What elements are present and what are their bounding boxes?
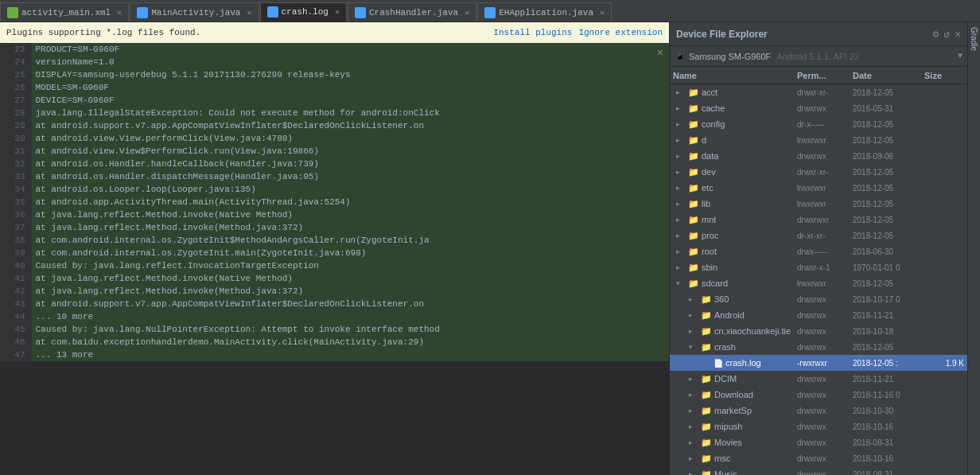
tree-item-lib[interactable]: ▸📁liblrwxrwxr2018-12-05 xyxy=(670,196,967,212)
tab-close-activity_main[interactable]: ✕ xyxy=(117,8,122,18)
expand-arrow[interactable]: ▸ xyxy=(676,247,686,255)
folder-icon: 📁 xyxy=(688,231,699,241)
col-date[interactable]: Date xyxy=(853,71,924,80)
tree-item-msc[interactable]: ▸📁mscdrwxrwx2018-10-16 xyxy=(670,450,967,466)
tree-item-proc[interactable]: ▸📁procdr-xr-xr-2018-12-05 xyxy=(670,228,967,243)
device-selector[interactable]: 📱 Samsung SM-G960F Android 5.1.1, API 22… xyxy=(670,46,967,67)
expand-arrow[interactable]: ▸ xyxy=(689,422,698,430)
tree-item-DCIM[interactable]: ▸📁DCIMdrwxrwx2018-11-21 xyxy=(670,371,967,387)
device-dropdown-arrow[interactable]: ▼ xyxy=(958,52,962,60)
col-perm[interactable]: Perm... xyxy=(797,71,853,80)
expand-arrow[interactable]: ▸ xyxy=(676,263,686,271)
tree-item-data[interactable]: ▸📁datadrwxrwx2018-09-06 xyxy=(670,148,967,164)
expand-arrow[interactable]: ▸ xyxy=(676,88,686,96)
tree-item-acct[interactable]: ▸📁acctdrwxr-xr-2018-12-05 xyxy=(670,84,967,100)
expand-arrow[interactable]: ▸ xyxy=(689,438,698,446)
expand-arrow[interactable]: ▸ xyxy=(689,391,698,399)
code-line-31: 31 at android.view.View$PerformClick.run… xyxy=(0,145,669,158)
tree-item-mnt[interactable]: ▸📁mntdrwxrwxr2018-12-05 xyxy=(670,212,967,228)
item-name-text: cn.xiaochuankeji.tie xyxy=(714,326,791,336)
tab-crash_handler[interactable]: CrashHandler.java✕ xyxy=(348,2,476,21)
tree-item-name-cell: ▸📁Music xyxy=(673,469,797,476)
code-line-42: 42 at java.lang.reflect.Method.invoke(Me… xyxy=(0,285,669,298)
ignore-extension-link[interactable]: Ignore extension xyxy=(578,28,663,37)
line-number: 27 xyxy=(0,94,32,107)
file-perm: drwxrwx xyxy=(797,295,853,304)
tree-item-crash-log[interactable]: 📄crash.log-rwxrwxr2018-12-05 :1.9 K xyxy=(670,355,967,371)
tree-item-sbin[interactable]: ▸📁sbindrwxr-x-11970-01-01 0 xyxy=(670,259,967,275)
close-editor-button[interactable]: ✕ xyxy=(653,45,667,59)
tab-activity_main[interactable]: activity_main.xml✕ xyxy=(0,2,129,21)
code-line-41: 41 at java.lang.reflect.Method.invoke(Na… xyxy=(0,272,669,285)
code-line-37: 37 at java.lang.reflect.Method.invoke(Me… xyxy=(0,221,669,234)
line-number: 24 xyxy=(0,56,32,68)
close-dfe-icon[interactable]: ✕ xyxy=(955,28,961,41)
expand-arrow[interactable]: ▸ xyxy=(676,152,686,160)
tree-item-etc[interactable]: ▸📁etclrwxrwxr2018-12-05 xyxy=(670,180,967,196)
expand-arrow[interactable]: ▸ xyxy=(689,311,698,319)
settings-icon[interactable]: ⚙ xyxy=(933,28,939,41)
expand-arrow[interactable]: ▸ xyxy=(689,327,698,335)
tree-item-mipush[interactable]: ▸📁mipushdrwxrwx2018-10-16 xyxy=(670,419,967,434)
expand-arrow[interactable]: ▸ xyxy=(676,184,686,192)
sync-icon[interactable]: ↺ xyxy=(943,28,950,41)
col-size[interactable]: Size xyxy=(924,71,964,80)
tree-item-d[interactable]: ▸📁dlrwxrwxr2018-12-05 xyxy=(670,132,967,148)
expand-arrow[interactable]: ▾ xyxy=(689,343,698,351)
line-number: 41 xyxy=(0,272,32,285)
line-content: at android.view.View$PerformClick.run(Vi… xyxy=(32,145,669,158)
tree-item-Android[interactable]: ▸📁Androiddrwxrwx2018-11-21 xyxy=(670,307,967,323)
tree-item-360[interactable]: ▸📁360drwxrwx2018-10-17 0 xyxy=(670,291,967,307)
tree-item-dev[interactable]: ▸📁devdrwxr-xr-2018-12-05 xyxy=(670,164,967,180)
expand-arrow[interactable]: ▸ xyxy=(689,454,698,462)
tab-close-main_activity[interactable]: ✕ xyxy=(247,8,251,18)
item-name-text: crash.log xyxy=(725,358,761,368)
line-number: 38 xyxy=(0,234,32,247)
tree-item-name-cell: ▸📁cache xyxy=(673,103,797,114)
line-number: 23 xyxy=(0,43,32,56)
tab-main_activity[interactable]: MainActivity.java✕ xyxy=(130,2,259,21)
expand-arrow[interactable]: ▸ xyxy=(676,120,686,128)
tree-item-root[interactable]: ▸📁rootdrwx-----2018-06-30 xyxy=(670,243,967,259)
tree-item-cn-xiaochuankeji-tie[interactable]: ▸📁cn.xiaochuankeji.tiedrwxrwx2018-10-18 xyxy=(670,323,967,339)
tree-item-crash[interactable]: ▾📁crashdrwxrwx2018-12-05 xyxy=(670,339,967,355)
expand-arrow[interactable]: ▸ xyxy=(676,168,686,176)
expand-arrow[interactable]: ▾ xyxy=(676,279,686,287)
right-panel: Device File Explorer ⚙ ↺ ✕ 📱 Samsung SM-… xyxy=(669,22,967,475)
expand-arrow[interactable]: ▸ xyxy=(689,470,698,475)
tab-close-crash_handler[interactable]: ✕ xyxy=(465,8,469,18)
code-line-46: 46 at com.baidu.exceptionhandlerdemo.Mai… xyxy=(0,336,669,348)
install-plugins-link[interactable]: Install plugins xyxy=(493,28,572,37)
expand-arrow[interactable]: ▸ xyxy=(676,104,686,112)
expand-arrow[interactable]: ▸ xyxy=(689,375,698,383)
tree-item-name-cell: ▸📁marketSp xyxy=(673,406,797,416)
item-name-text: proc xyxy=(702,231,718,240)
code-line-32: 32 at android.os.Handler.handleCallback(… xyxy=(0,158,669,170)
expand-arrow[interactable]: ▸ xyxy=(676,232,686,239)
expand-arrow[interactable]: ▸ xyxy=(676,200,686,208)
gradle-side-label[interactable]: Gradle xyxy=(967,22,980,475)
tree-item-cache[interactable]: ▸📁cachedrwxrwx2016-05-31 xyxy=(670,100,967,116)
tree-item-name-cell: 📄crash.log xyxy=(673,358,797,368)
tree-item-Download[interactable]: ▸📁Downloaddrwxrwx2018-11-16 0 xyxy=(670,387,967,403)
col-name[interactable]: Name xyxy=(673,71,797,80)
tab-eh_application[interactable]: EHApplication.java✕ xyxy=(477,2,612,21)
tab-close-crash_log[interactable]: ✕ xyxy=(335,7,340,17)
expand-arrow[interactable]: ▸ xyxy=(676,136,686,144)
expand-arrow[interactable]: ▸ xyxy=(676,216,686,224)
tree-item-config[interactable]: ▸📁configdr-x-----2018-12-05 xyxy=(670,116,967,132)
expand-arrow[interactable]: ▸ xyxy=(689,407,698,415)
tree-item-Music[interactable]: ▸📁Musicdrwxrwx2018-08-31 xyxy=(670,466,967,475)
item-name-text: cache xyxy=(702,103,725,113)
expand-arrow[interactable]: ▸ xyxy=(689,295,698,303)
tab-close-eh_application[interactable]: ✕ xyxy=(600,8,605,18)
file-date: 2018-10-17 0 xyxy=(853,295,924,304)
tree-item-Movies[interactable]: ▸📁Moviesdrwxrwx2018-08-31 xyxy=(670,434,967,450)
code-line-39: 39 at com.android.internal.os.ZygoteInit… xyxy=(0,247,669,259)
file-tree[interactable]: ▸📁acctdrwxr-xr-2018-12-05▸📁cachedrwxrwx2… xyxy=(670,84,967,475)
tab-crash_log[interactable]: crash.log✕ xyxy=(260,2,347,21)
line-content: at android.view.View.performClick(View.j… xyxy=(32,132,669,145)
code-area[interactable]: ✕ 23PRODUCT=SM-G960F24versionName=1.025D… xyxy=(0,43,669,475)
tree-item-sdcard[interactable]: ▾📁sdcardlrwxrwxr2018-12-05 xyxy=(670,275,967,291)
tree-item-marketSp[interactable]: ▸📁marketSpdrwxrwx2018-10-30 xyxy=(670,403,967,419)
